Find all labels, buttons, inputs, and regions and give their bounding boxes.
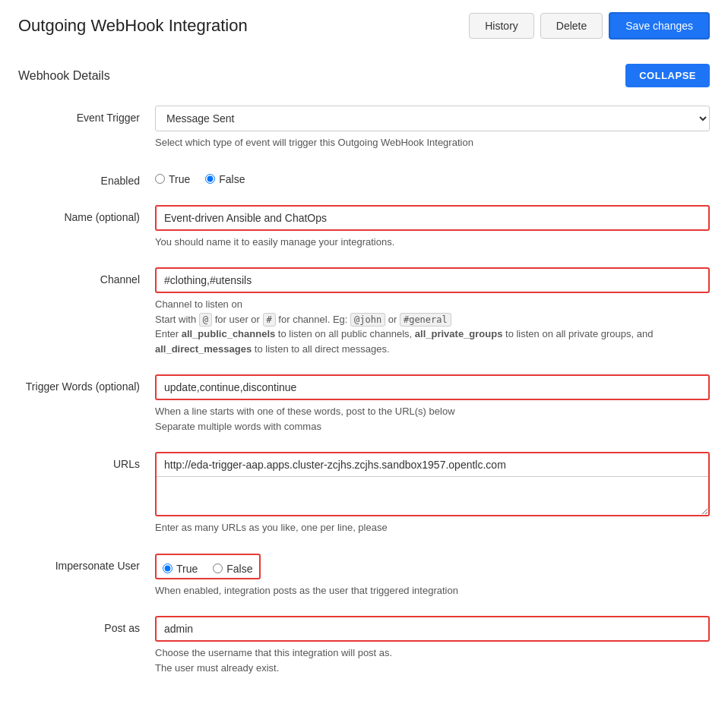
all-private-text: all_private_groups — [415, 328, 503, 339]
trigger-words-content: When a line starts with one of these wor… — [155, 374, 710, 434]
post-as-label: Post as — [18, 616, 155, 634]
event-trigger-label: Event Trigger — [18, 106, 155, 124]
hash-code: # — [263, 313, 276, 327]
enabled-false-radio[interactable] — [205, 174, 215, 184]
impersonate-true-text: True — [176, 563, 198, 575]
channel-content: Channel to listen on Start with @ for us… — [155, 267, 710, 356]
impersonate-true-radio[interactable] — [163, 563, 173, 573]
impersonate-false-label[interactable]: False — [213, 563, 252, 575]
enabled-true-label[interactable]: True — [155, 173, 190, 185]
collapse-button[interactable]: COLLAPSE — [625, 64, 710, 87]
impersonate-user-label: Impersonate User — [18, 554, 155, 572]
trigger-words-hint: When a line starts with one of these wor… — [155, 404, 710, 434]
event-trigger-hint: Select which type of event will trigger … — [155, 135, 710, 150]
name-hint: You should name it to easily manage your… — [155, 235, 710, 250]
name-label: Name (optional) — [18, 205, 155, 223]
impersonate-false-radio[interactable] — [213, 563, 223, 573]
urls-hint: Enter as many URLs as you like, one per … — [155, 520, 710, 535]
trigger-words-group: Trigger Words (optional) When a line sta… — [18, 374, 710, 434]
urls-content: Enter as many URLs as you like, one per … — [155, 452, 710, 535]
save-changes-button[interactable]: Save changes — [609, 12, 710, 39]
urls-group: URLs Enter as many URLs as you like, one… — [18, 452, 710, 535]
post-as-hint-line2: The user must already exist. — [155, 662, 279, 674]
trigger-words-hint-line1: When a line starts with one of these wor… — [155, 406, 455, 417]
all-direct-text: all_direct_messages — [155, 343, 252, 355]
impersonate-hint: When enabled, integration posts as the u… — [155, 583, 710, 598]
post-as-input[interactable] — [155, 616, 710, 642]
event-trigger-content: Message Sent Message Updated Message Del… — [155, 106, 710, 150]
enabled-content: True False — [155, 169, 710, 185]
delete-button[interactable]: Delete — [540, 13, 603, 39]
enabled-true-radio[interactable] — [155, 174, 165, 184]
urls-input[interactable] — [157, 453, 708, 477]
enabled-group: Enabled True False — [18, 169, 710, 187]
at-code: @ — [199, 313, 212, 327]
history-button[interactable]: History — [469, 13, 534, 39]
trigger-words-hint-line2: Separate multiple words with commas — [155, 421, 321, 432]
post-as-content: Choose the username that this integratio… — [155, 616, 710, 675]
trigger-words-input[interactable] — [155, 374, 710, 400]
name-group: Name (optional) You should name it to ea… — [18, 205, 710, 250]
impersonate-radio-wrapper: True False — [155, 554, 261, 579]
all-public-text: all_public_channels — [182, 328, 276, 339]
section-title: Webhook Details — [18, 69, 110, 83]
john-code: @john — [350, 313, 385, 327]
impersonate-user-group: Impersonate User True False When enabled… — [18, 554, 710, 598]
header-actions: History Delete Save changes — [469, 12, 710, 39]
name-content: You should name it to easily manage your… — [155, 205, 710, 250]
page-header: Outgoing WebHook Integration History Del… — [18, 12, 710, 49]
impersonate-user-content: True False When enabled, integration pos… — [155, 554, 710, 598]
trigger-words-label: Trigger Words (optional) — [18, 374, 155, 393]
event-trigger-group: Event Trigger Message Sent Message Updat… — [18, 106, 710, 150]
event-trigger-select[interactable]: Message Sent Message Updated Message Del… — [155, 106, 710, 131]
post-as-group: Post as Choose the username that this in… — [18, 616, 710, 675]
enabled-false-label[interactable]: False — [205, 173, 245, 185]
urls-textarea[interactable] — [157, 477, 708, 515]
impersonate-false-text: False — [226, 563, 252, 575]
enabled-radio-group: True False — [155, 169, 710, 185]
page-title: Outgoing WebHook Integration — [18, 16, 248, 36]
channel-hint: Channel to listen on Start with @ for us… — [155, 297, 710, 356]
general-code: #general — [400, 313, 451, 327]
enabled-label: Enabled — [18, 169, 155, 187]
channel-label: Channel — [18, 267, 155, 286]
channel-hint-line2: Start with @ for user or # for channel. … — [155, 314, 451, 325]
impersonate-radio-group: True False — [163, 558, 253, 575]
post-as-hint: Choose the username that this integratio… — [155, 645, 710, 675]
enabled-true-text: True — [169, 173, 190, 185]
post-as-hint-line1: Choose the username that this integratio… — [155, 647, 392, 658]
section-header: Webhook Details COLLAPSE — [18, 64, 710, 87]
name-input[interactable] — [155, 205, 710, 231]
enabled-false-text: False — [219, 173, 245, 185]
impersonate-true-label[interactable]: True — [163, 563, 198, 575]
channel-input[interactable] — [155, 267, 710, 293]
channel-hint-line1: Channel to listen on — [155, 298, 242, 310]
urls-label: URLs — [18, 452, 155, 470]
channel-hint-line3: Enter all_public_channels to listen on a… — [155, 328, 653, 355]
channel-group: Channel Channel to listen on Start with … — [18, 267, 710, 356]
urls-input-wrapper — [155, 452, 710, 516]
